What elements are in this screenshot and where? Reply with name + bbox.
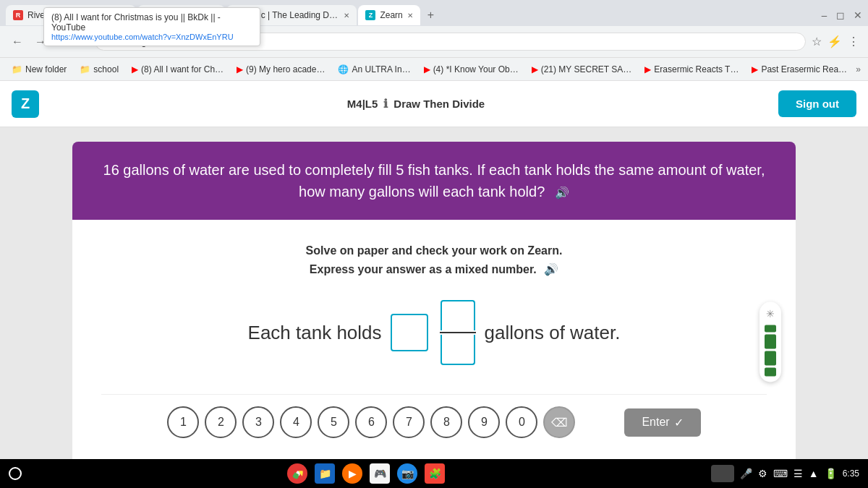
input-suffix: gallons of water. bbox=[485, 322, 621, 344]
sound-icon[interactable]: 🔊 bbox=[555, 184, 569, 202]
browser-tooltip: (8) All I want for Christmas is you || B… bbox=[43, 7, 260, 46]
sign-out-button[interactable]: Sign out bbox=[778, 90, 856, 117]
bookmark-icon[interactable]: ☆ bbox=[812, 35, 822, 48]
backspace-button[interactable]: ⌫ bbox=[543, 406, 575, 438]
close-icon[interactable]: ✕ bbox=[854, 9, 862, 21]
num-btn-2[interactable]: 2 bbox=[205, 406, 237, 438]
keyboard-icon[interactable]: ⌨ bbox=[773, 468, 788, 479]
play-icon[interactable]: ▶ bbox=[342, 463, 362, 484]
extension-icon[interactable]: ⚡ bbox=[827, 35, 842, 48]
battery-icon: 🔋 bbox=[825, 468, 837, 479]
youtube-icon: ▶ bbox=[644, 64, 651, 74]
input-prefix: Each tank holds bbox=[248, 322, 382, 344]
main-content: 16 gallons of water are used to complete… bbox=[0, 127, 868, 479]
instruction-line-1: Solve on paper and check your work on Ze… bbox=[101, 241, 767, 260]
bookmark-youtube-1[interactable]: ▶ (8) All I want for Ch… bbox=[127, 63, 228, 76]
num-btn-8[interactable]: 8 bbox=[430, 406, 462, 438]
youtube-icon: ▶ bbox=[752, 64, 758, 74]
sound-icon-2[interactable]: 🔊 bbox=[544, 263, 558, 275]
num-btn-5[interactable]: 5 bbox=[318, 406, 349, 438]
maximize-icon[interactable]: ◻ bbox=[836, 9, 845, 21]
num-btn-3[interactable]: 3 bbox=[242, 406, 274, 438]
bookmark-ultra[interactable]: 🌐 An ULTRA In… bbox=[333, 63, 414, 76]
handle-bar-4 bbox=[765, 368, 776, 377]
module-label: M4|L5 bbox=[347, 98, 378, 110]
instruction-line-2: Express your answer as a mixed number. 🔊 bbox=[101, 260, 767, 279]
bookmarks-bar: 📁 New folder 📁 school ▶ (8) All I want f… bbox=[0, 58, 868, 81]
fraction-inputs bbox=[440, 300, 476, 365]
problem-question: 16 gallons of water are used to complete… bbox=[103, 162, 765, 200]
num-btn-6[interactable]: 6 bbox=[355, 406, 387, 438]
info-icon[interactable]: ℹ bbox=[383, 97, 388, 111]
youtube-icon: ▶ bbox=[424, 64, 430, 74]
zearn-header: Z M4|L5 ℹ Draw Then Divide Sign out bbox=[0, 81, 868, 127]
scroll-handle[interactable]: ✳ bbox=[760, 302, 781, 382]
minimize-icon[interactable]: ‒ bbox=[821, 9, 827, 21]
checkmark-icon: ✓ bbox=[674, 416, 684, 429]
num-btn-9[interactable]: 9 bbox=[468, 406, 500, 438]
more-icon[interactable]: ⋮ bbox=[848, 35, 859, 48]
bookmark-youtube-3[interactable]: ▶ (4) *I Know Your Ob… bbox=[420, 63, 523, 76]
new-tab-button[interactable]: + bbox=[422, 9, 440, 22]
back-button[interactable]: ← bbox=[9, 34, 26, 50]
folder-icon: 📁 bbox=[80, 64, 90, 74]
taskbar-center: 📁 ▶ 🎮 📷 🧩 bbox=[287, 463, 445, 484]
puzzle-icon[interactable]: 🧩 bbox=[425, 463, 445, 484]
tab-label: Epic | The Leading Digital Librar… bbox=[248, 10, 339, 20]
game-icon[interactable]: 🎮 bbox=[370, 463, 390, 484]
taskbar: 📁 ▶ 🎮 📷 🧩 🎤 ⚙ ⌨ ☰ ▲ 🔋 6:35 bbox=[0, 459, 868, 488]
site-icon: 🌐 bbox=[338, 64, 349, 74]
bookmark-school[interactable]: 📁 school bbox=[75, 63, 123, 76]
bookmark-new-folder[interactable]: 📁 New folder bbox=[7, 63, 71, 76]
answer-area: ✳ Solve on paper and check your work on … bbox=[72, 220, 796, 464]
bookmark-erasermic-1[interactable]: ▶ Erasermic Reacts T… bbox=[640, 63, 743, 76]
problem-banner: 16 gallons of water are used to complete… bbox=[72, 142, 796, 220]
handle-bar-2 bbox=[765, 335, 776, 349]
bookmark-youtube-2[interactable]: ▶ (9) My hero acade… bbox=[232, 63, 329, 76]
fraction-line bbox=[440, 332, 476, 333]
tooltip-url: https://www.youtube.com/watch?v=XnzDWxEn… bbox=[51, 33, 252, 41]
numerator-input[interactable] bbox=[441, 300, 475, 330]
num-btn-7[interactable]: 7 bbox=[393, 406, 425, 438]
clock: 6:35 bbox=[843, 468, 859, 479]
os-circle-icon[interactable] bbox=[9, 467, 22, 480]
numpad: 1 2 3 4 5 6 7 8 9 0 ⌫ Enter ✓ bbox=[101, 394, 767, 450]
input-row: Each tank holds gallons of water. bbox=[101, 300, 767, 365]
instructions: Solve on paper and check your work on Ze… bbox=[101, 241, 767, 278]
whole-number-input[interactable] bbox=[391, 314, 428, 351]
address-bar-icons: ☆ ⚡ ⋮ bbox=[812, 35, 859, 48]
youtube-icon: ▶ bbox=[132, 64, 138, 74]
taskbar-right: 🎤 ⚙ ⌨ ☰ ▲ 🔋 6:35 bbox=[711, 465, 859, 482]
tooltip-title: (8) All I want for Christmas is you || B… bbox=[51, 12, 252, 33]
tab-label: Zearn bbox=[380, 10, 402, 20]
num-btn-1[interactable]: 1 bbox=[167, 406, 199, 438]
files-icon[interactable]: 📁 bbox=[315, 463, 335, 484]
zearn-logo: Z bbox=[12, 90, 39, 118]
num-btn-4[interactable]: 4 bbox=[280, 406, 312, 438]
tab-close-icon[interactable]: ✕ bbox=[344, 12, 349, 20]
chrome-icon[interactable] bbox=[287, 463, 307, 484]
denominator-input[interactable] bbox=[441, 335, 475, 365]
handle-bars bbox=[765, 325, 776, 377]
window-controls: ‒ ◻ ✕ bbox=[821, 9, 862, 21]
list-icon[interactable]: ☰ bbox=[793, 468, 803, 479]
handle-bar-3 bbox=[765, 351, 776, 366]
lesson-title: Draw Then Divide bbox=[393, 98, 485, 110]
wifi-icon[interactable]: ▲ bbox=[809, 468, 819, 479]
taskbar-left bbox=[9, 467, 22, 480]
header-center: M4|L5 ℹ Draw Then Divide bbox=[54, 97, 778, 111]
avatar-area bbox=[711, 465, 734, 482]
youtube-icon: ▶ bbox=[532, 64, 538, 74]
bookmark-youtube-4[interactable]: ▶ (21) MY SECRET SA… bbox=[527, 63, 637, 76]
bookmark-erasermic-2[interactable]: ▶ Past Erasermic Rea… bbox=[747, 63, 851, 76]
folder-icon: 📁 bbox=[12, 64, 22, 74]
tab-zearn[interactable]: Z Zearn ✕ bbox=[358, 5, 420, 25]
camera-icon[interactable]: 📷 bbox=[397, 463, 417, 484]
enter-button[interactable]: Enter ✓ bbox=[624, 408, 700, 437]
settings-icon[interactable]: ⚙ bbox=[758, 468, 767, 479]
tab-close-icon[interactable]: ✕ bbox=[407, 12, 413, 20]
num-btn-0[interactable]: 0 bbox=[506, 406, 537, 438]
youtube-icon: ▶ bbox=[237, 64, 243, 74]
mic-icon[interactable]: 🎤 bbox=[740, 468, 752, 479]
bookmarks-more-button[interactable]: » bbox=[856, 64, 861, 74]
